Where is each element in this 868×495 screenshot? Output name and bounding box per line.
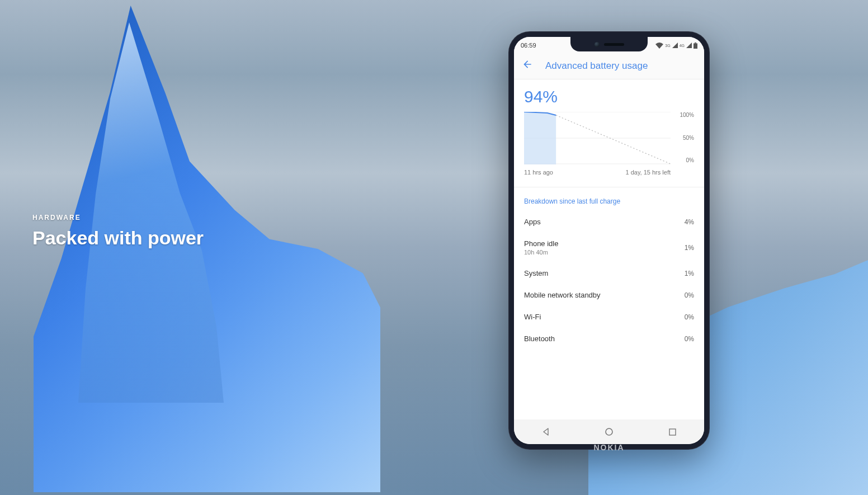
item-percent: 0% <box>685 335 694 343</box>
headline-text: Packed with power <box>32 227 204 249</box>
promo-text: HARDWARE Packed with power <box>32 214 204 249</box>
chart-y-labels: 100% 50% 0% <box>671 112 694 164</box>
item-percent: 1% <box>685 244 694 252</box>
signal-icon <box>672 43 678 48</box>
list-item[interactable]: Phone idle 10h 40m 1% <box>514 233 704 262</box>
battery-chart[interactable]: 100% 50% 0% 11 hrs ago 1 day, 15 hrs lef… <box>514 112 704 181</box>
notch <box>570 37 648 51</box>
front-camera-icon <box>595 42 600 47</box>
recents-button[interactable] <box>667 427 677 437</box>
page-title: Advanced battery usage <box>545 60 648 72</box>
wifi-icon <box>655 43 663 49</box>
svg-rect-1 <box>694 43 697 49</box>
home-button[interactable] <box>604 427 614 437</box>
eyebrow-label: HARDWARE <box>32 214 204 221</box>
item-label: Apps <box>524 218 541 226</box>
svg-rect-6 <box>669 429 676 435</box>
item-percent: 1% <box>685 270 694 277</box>
app-bar: Advanced battery usage <box>514 53 704 79</box>
list-item[interactable]: System 1% <box>514 262 704 284</box>
phone-screen: 06:59 3G 4G Advanced battery usage 94% <box>514 37 704 444</box>
item-label: Mobile network standby <box>524 291 601 299</box>
phone-mockup: 06:59 3G 4G Advanced battery usage 94% <box>508 31 710 450</box>
item-percent: 0% <box>685 313 694 321</box>
signal-icon-2 <box>686 43 692 48</box>
item-label: System <box>524 269 548 277</box>
back-button[interactable] <box>541 427 551 437</box>
svg-point-5 <box>606 428 612 435</box>
chart-x-labels: 11 hrs ago 1 day, 15 hrs left <box>524 164 694 176</box>
list-item[interactable]: Apps 4% <box>514 211 704 233</box>
back-icon[interactable] <box>522 59 533 73</box>
speaker-icon <box>604 43 624 46</box>
list-item[interactable]: Wi-Fi 0% <box>514 306 704 328</box>
phone-brand: NOKIA <box>508 443 710 452</box>
list-item[interactable]: Bluetooth 0% <box>514 328 704 350</box>
breakdown-title: Breakdown since last full charge <box>514 187 704 211</box>
item-label: Bluetooth <box>524 334 555 343</box>
network-type-icon-2: 4G <box>680 44 685 48</box>
battery-percent: 94% <box>514 79 704 112</box>
status-icons: 3G 4G <box>655 41 697 49</box>
item-percent: 4% <box>685 218 694 226</box>
item-sublabel: 10h 40m <box>524 249 558 256</box>
chart-svg <box>524 112 671 164</box>
content-area[interactable]: 94% 100% 5 <box>514 79 704 419</box>
item-percent: 0% <box>685 291 694 299</box>
item-label: Wi-Fi <box>524 313 541 321</box>
battery-icon <box>694 43 697 49</box>
list-item[interactable]: Mobile network standby 0% <box>514 284 704 306</box>
navigation-bar <box>514 419 704 444</box>
item-label: Phone idle <box>524 239 558 248</box>
network-type-icon: 3G <box>665 44 670 48</box>
svg-rect-0 <box>695 43 696 44</box>
status-time: 06:59 <box>521 41 536 49</box>
